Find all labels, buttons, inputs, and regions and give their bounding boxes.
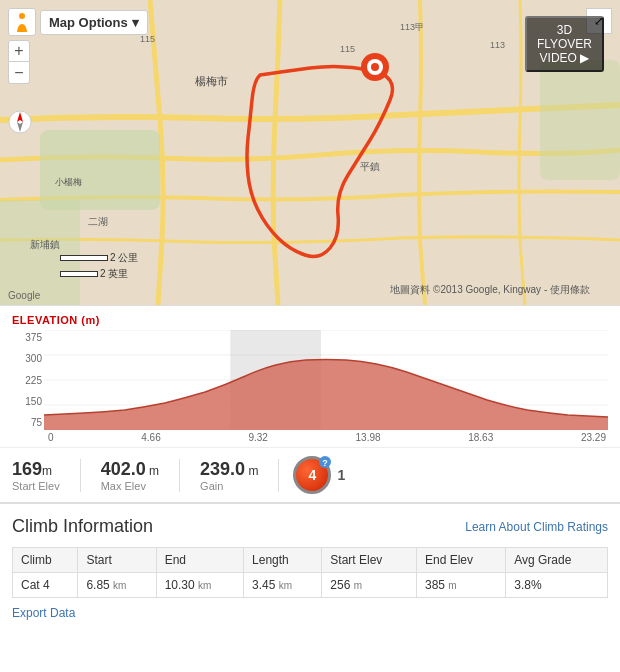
export-data-link[interactable]: Export Data — [12, 606, 75, 620]
y-label-150: 150 — [12, 396, 42, 407]
table-row: Cat 4 6.85 km 10.30 km 3.45 km 256 m 385… — [13, 573, 608, 598]
map-scale: 2 公里 2 英里 — [60, 251, 138, 281]
svg-text:113甲: 113甲 — [400, 22, 424, 32]
cell-length: 3.45 km — [244, 573, 322, 598]
climb-count: 1 — [337, 467, 345, 483]
zoom-out-button[interactable]: − — [8, 62, 30, 84]
cell-start-elev: 256 m — [322, 573, 417, 598]
scale-label-km: 2 公里 — [110, 251, 138, 265]
svg-point-6 — [371, 63, 379, 71]
max-elev-value: 402.0 m — [101, 459, 159, 480]
x-label-2329: 23.29 — [581, 432, 606, 443]
scale-bar-km — [60, 255, 108, 261]
x-label-1398: 13.98 — [356, 432, 381, 443]
elevation-section: ELEVATION (m) 375 300 225 150 75 — [0, 305, 620, 447]
svg-text:新埔鎮: 新埔鎮 — [30, 239, 60, 250]
y-label-375: 375 — [12, 332, 42, 343]
zoom-controls: + − — [8, 40, 30, 84]
elevation-y-labels: 375 300 225 150 75 — [12, 330, 44, 430]
svg-text:115: 115 — [340, 44, 355, 54]
svg-rect-3 — [540, 60, 620, 180]
col-start-elev: Start Elev — [322, 548, 417, 573]
map-container: 115 113甲 113 楊梅市 平鎮 新埔鎮 115 二湖 小楊梅 Googl… — [0, 0, 620, 305]
col-length: Length — [244, 548, 322, 573]
elevation-chart — [44, 330, 608, 430]
climb-table: Climb Start End Length Start Elev End El… — [12, 547, 608, 598]
col-avg-grade: Avg Grade — [506, 548, 608, 573]
max-elev-label: Max Elev — [101, 480, 146, 492]
gain-label: Gain — [200, 480, 223, 492]
climb-table-header-row: Climb Start End Length Start Elev End El… — [13, 548, 608, 573]
svg-rect-1 — [40, 130, 160, 210]
elevation-svg — [44, 330, 608, 430]
y-label-300: 300 — [12, 353, 42, 364]
start-elev-label: Start Elev — [12, 480, 60, 492]
col-climb: Climb — [13, 548, 78, 573]
top-right-controls: 3D FLYOVER VIDEO ▶ ⤢ — [586, 8, 612, 34]
cell-avg-grade: 3.8% — [506, 573, 608, 598]
map-options-button[interactable]: Map Options ▾ — [40, 10, 148, 35]
navigation-icon[interactable] — [8, 110, 32, 134]
climb-table-body: Cat 4 6.85 km 10.30 km 3.45 km 256 m 385… — [13, 573, 608, 598]
climb-badge: 4 ? — [293, 456, 331, 494]
flyover-button[interactable]: 3D FLYOVER VIDEO ▶ — [525, 16, 604, 72]
svg-text:113: 113 — [490, 40, 505, 50]
x-label-1863: 18.63 — [468, 432, 493, 443]
elevation-title: ELEVATION (m) — [12, 314, 608, 326]
climb-header: Climb Information Learn About Climb Rati… — [12, 516, 608, 537]
gain-value: 239.0 m — [200, 459, 258, 480]
cell-end-elev: 385 m — [417, 573, 506, 598]
cell-climb-cat: Cat 4 — [13, 573, 78, 598]
scale-label-mi: 2 英里 — [100, 267, 128, 281]
learn-ratings-link[interactable]: Learn About Climb Ratings — [465, 520, 608, 534]
x-label-466: 4.66 — [141, 432, 160, 443]
svg-text:平鎮: 平鎮 — [360, 161, 380, 172]
cell-start: 6.85 km — [78, 573, 156, 598]
climb-table-head: Climb Start End Length Start Elev End El… — [13, 548, 608, 573]
svg-text:?: ? — [323, 458, 329, 468]
scale-bar-mi — [60, 271, 98, 277]
col-start: Start — [78, 548, 156, 573]
start-elev-stat: 169m Start Elev — [12, 459, 81, 492]
elevation-chart-row: 375 300 225 150 75 — [12, 330, 608, 430]
svg-text:楊梅市: 楊梅市 — [195, 75, 228, 87]
elevation-x-labels: 0 4.66 9.32 13.98 18.63 23.29 — [12, 432, 608, 443]
svg-point-17 — [19, 13, 25, 19]
zoom-in-button[interactable]: + — [8, 40, 30, 62]
y-label-75: 75 — [12, 417, 42, 428]
x-label-932: 9.32 — [248, 432, 267, 443]
map-options-label: Map Options — [49, 15, 128, 30]
x-label-0: 0 — [48, 432, 54, 443]
gain-stat: 239.0 m Gain — [200, 459, 279, 492]
map-options-chevron: ▾ — [132, 15, 139, 30]
cell-end: 10.30 km — [156, 573, 243, 598]
street-view-icon[interactable] — [8, 8, 36, 36]
col-end: End — [156, 548, 243, 573]
svg-text:二湖: 二湖 — [88, 216, 108, 227]
col-end-elev: End Elev — [417, 548, 506, 573]
climb-badge-container: 4 ? 1 — [293, 456, 345, 494]
climb-count-info: 1 — [337, 467, 345, 483]
svg-text:小楊梅: 小楊梅 — [55, 177, 82, 187]
climb-section-title: Climb Information — [12, 516, 153, 537]
stats-row: 169m Start Elev 402.0 m Max Elev 239.0 m… — [0, 447, 620, 502]
climb-badge-info-icon: ? — [318, 455, 332, 469]
y-label-225: 225 — [12, 375, 42, 386]
start-elev-value: 169m — [12, 459, 52, 480]
climb-section: Climb Information Learn About Climb Rati… — [0, 502, 620, 620]
map-toolbar: Map Options ▾ — [8, 8, 148, 36]
max-elev-stat: 402.0 m Max Elev — [101, 459, 180, 492]
map-attribution: 地圖資料 ©2013 Google, Kingway - 使用條款 — [390, 283, 590, 297]
svg-text:Google: Google — [8, 290, 41, 301]
